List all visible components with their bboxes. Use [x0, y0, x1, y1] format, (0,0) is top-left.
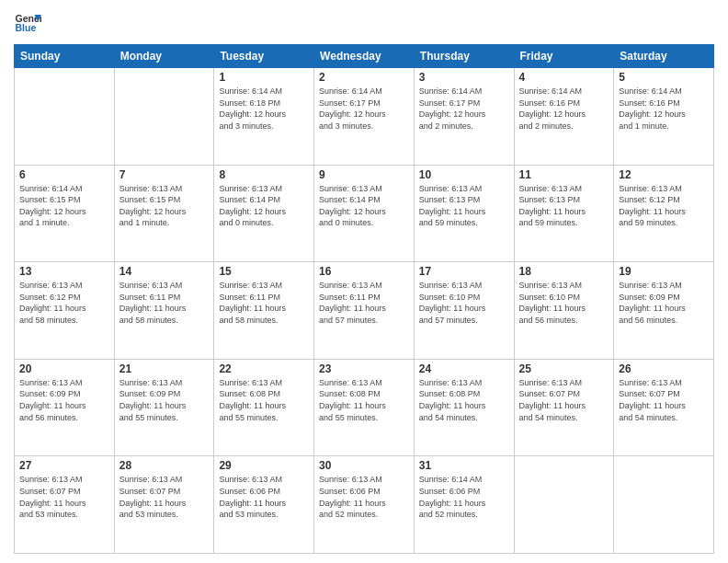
weekday-header-tuesday: Tuesday [214, 45, 314, 68]
weekday-header-sunday: Sunday [15, 45, 115, 68]
logo: General Blue [14, 9, 41, 37]
day-info: Sunrise: 6:13 AM Sunset: 6:07 PM Dayligh… [619, 377, 709, 423]
calendar-cell: 3Sunrise: 6:14 AM Sunset: 6:17 PM Daylig… [414, 68, 514, 166]
day-number: 29 [219, 459, 309, 472]
calendar-cell: 8Sunrise: 6:13 AM Sunset: 6:14 PM Daylig… [214, 165, 314, 262]
calendar-cell: 11Sunrise: 6:13 AM Sunset: 6:13 PM Dayli… [514, 165, 614, 262]
day-number: 1 [219, 71, 309, 84]
day-number: 4 [519, 71, 609, 84]
day-info: Sunrise: 6:14 AM Sunset: 6:16 PM Dayligh… [619, 86, 709, 132]
calendar-cell [114, 68, 214, 166]
day-number: 17 [419, 265, 509, 278]
calendar-cell: 15Sunrise: 6:13 AM Sunset: 6:11 PM Dayli… [214, 262, 314, 360]
weekday-header-monday: Monday [114, 45, 214, 68]
day-info: Sunrise: 6:14 AM Sunset: 6:16 PM Dayligh… [519, 86, 609, 132]
day-info: Sunrise: 6:13 AM Sunset: 6:12 PM Dayligh… [19, 280, 109, 326]
day-number: 23 [319, 362, 409, 375]
calendar-week-row: 27Sunrise: 6:13 AM Sunset: 6:07 PM Dayli… [15, 456, 714, 554]
calendar-cell: 7Sunrise: 6:13 AM Sunset: 6:15 PM Daylig… [114, 165, 214, 262]
calendar-cell: 2Sunrise: 6:14 AM Sunset: 6:17 PM Daylig… [314, 68, 415, 166]
calendar-cell: 29Sunrise: 6:13 AM Sunset: 6:06 PM Dayli… [214, 456, 314, 554]
page: General Blue SundayMondayTuesdayWednesda… [0, 0, 728, 563]
day-number: 18 [519, 265, 609, 278]
weekday-header-wednesday: Wednesday [314, 45, 415, 68]
day-info: Sunrise: 6:13 AM Sunset: 6:11 PM Dayligh… [219, 280, 309, 326]
calendar-cell [15, 68, 115, 166]
calendar-cell [514, 456, 614, 554]
weekday-header-thursday: Thursday [414, 45, 514, 68]
day-info: Sunrise: 6:13 AM Sunset: 6:08 PM Dayligh… [219, 377, 309, 423]
day-number: 11 [519, 168, 609, 181]
day-number: 27 [19, 459, 109, 472]
calendar-cell: 24Sunrise: 6:13 AM Sunset: 6:08 PM Dayli… [414, 359, 514, 456]
day-number: 2 [319, 71, 409, 84]
day-number: 16 [319, 265, 409, 278]
calendar-cell: 26Sunrise: 6:13 AM Sunset: 6:07 PM Dayli… [614, 359, 714, 456]
day-info: Sunrise: 6:13 AM Sunset: 6:06 PM Dayligh… [319, 474, 409, 520]
day-info: Sunrise: 6:13 AM Sunset: 6:11 PM Dayligh… [119, 280, 210, 326]
calendar-week-row: 6Sunrise: 6:14 AM Sunset: 6:15 PM Daylig… [15, 165, 714, 262]
day-info: Sunrise: 6:13 AM Sunset: 6:08 PM Dayligh… [319, 377, 409, 423]
calendar-week-row: 20Sunrise: 6:13 AM Sunset: 6:09 PM Dayli… [15, 359, 714, 456]
day-number: 13 [19, 265, 109, 278]
calendar-cell: 5Sunrise: 6:14 AM Sunset: 6:16 PM Daylig… [614, 68, 714, 166]
calendar-cell: 20Sunrise: 6:13 AM Sunset: 6:09 PM Dayli… [15, 359, 115, 456]
calendar-cell: 21Sunrise: 6:13 AM Sunset: 6:09 PM Dayli… [114, 359, 214, 456]
day-number: 31 [419, 459, 509, 472]
calendar-cell: 13Sunrise: 6:13 AM Sunset: 6:12 PM Dayli… [15, 262, 115, 360]
day-info: Sunrise: 6:13 AM Sunset: 6:14 PM Dayligh… [319, 183, 409, 229]
weekday-header-friday: Friday [514, 45, 614, 68]
day-number: 3 [419, 71, 509, 84]
day-info: Sunrise: 6:13 AM Sunset: 6:13 PM Dayligh… [519, 183, 609, 229]
day-number: 20 [19, 362, 109, 375]
day-number: 14 [119, 265, 210, 278]
day-info: Sunrise: 6:14 AM Sunset: 6:06 PM Dayligh… [419, 474, 509, 520]
day-number: 12 [619, 168, 709, 181]
day-number: 26 [619, 362, 709, 375]
weekday-header-row: SundayMondayTuesdayWednesdayThursdayFrid… [15, 45, 714, 68]
day-number: 8 [219, 168, 309, 181]
day-number: 7 [119, 168, 210, 181]
calendar-cell: 23Sunrise: 6:13 AM Sunset: 6:08 PM Dayli… [314, 359, 415, 456]
calendar-cell: 9Sunrise: 6:13 AM Sunset: 6:14 PM Daylig… [314, 165, 415, 262]
weekday-header-saturday: Saturday [614, 45, 714, 68]
calendar-cell [614, 456, 714, 554]
day-number: 24 [419, 362, 509, 375]
day-number: 22 [219, 362, 309, 375]
day-info: Sunrise: 6:13 AM Sunset: 6:08 PM Dayligh… [419, 377, 509, 423]
logo-icon: General Blue [14, 9, 41, 37]
day-info: Sunrise: 6:13 AM Sunset: 6:13 PM Dayligh… [419, 183, 509, 229]
day-info: Sunrise: 6:13 AM Sunset: 6:11 PM Dayligh… [319, 280, 409, 326]
day-info: Sunrise: 6:13 AM Sunset: 6:07 PM Dayligh… [119, 474, 210, 520]
day-number: 30 [319, 459, 409, 472]
day-info: Sunrise: 6:14 AM Sunset: 6:18 PM Dayligh… [219, 86, 309, 132]
calendar-cell: 27Sunrise: 6:13 AM Sunset: 6:07 PM Dayli… [15, 456, 115, 554]
day-number: 5 [619, 71, 709, 84]
calendar-cell: 30Sunrise: 6:13 AM Sunset: 6:06 PM Dayli… [314, 456, 415, 554]
day-number: 10 [419, 168, 509, 181]
day-number: 21 [119, 362, 210, 375]
day-info: Sunrise: 6:13 AM Sunset: 6:15 PM Dayligh… [119, 183, 210, 229]
day-number: 6 [19, 168, 109, 181]
calendar-cell: 4Sunrise: 6:14 AM Sunset: 6:16 PM Daylig… [514, 68, 614, 166]
day-info: Sunrise: 6:13 AM Sunset: 6:07 PM Dayligh… [19, 474, 109, 520]
day-info: Sunrise: 6:13 AM Sunset: 6:10 PM Dayligh… [419, 280, 509, 326]
calendar-week-row: 13Sunrise: 6:13 AM Sunset: 6:12 PM Dayli… [15, 262, 714, 360]
calendar-cell: 17Sunrise: 6:13 AM Sunset: 6:10 PM Dayli… [414, 262, 514, 360]
calendar-cell: 12Sunrise: 6:13 AM Sunset: 6:12 PM Dayli… [614, 165, 714, 262]
day-info: Sunrise: 6:13 AM Sunset: 6:09 PM Dayligh… [119, 377, 210, 423]
header: General Blue [14, 9, 714, 37]
day-info: Sunrise: 6:13 AM Sunset: 6:10 PM Dayligh… [519, 280, 609, 326]
day-info: Sunrise: 6:14 AM Sunset: 6:17 PM Dayligh… [419, 86, 509, 132]
day-info: Sunrise: 6:13 AM Sunset: 6:14 PM Dayligh… [219, 183, 309, 229]
day-info: Sunrise: 6:14 AM Sunset: 6:17 PM Dayligh… [319, 86, 409, 132]
day-number: 19 [619, 265, 709, 278]
day-info: Sunrise: 6:13 AM Sunset: 6:09 PM Dayligh… [19, 377, 109, 423]
day-info: Sunrise: 6:13 AM Sunset: 6:06 PM Dayligh… [219, 474, 309, 520]
calendar-cell: 10Sunrise: 6:13 AM Sunset: 6:13 PM Dayli… [414, 165, 514, 262]
svg-text:Blue: Blue [16, 22, 37, 33]
calendar-cell: 16Sunrise: 6:13 AM Sunset: 6:11 PM Dayli… [314, 262, 415, 360]
day-info: Sunrise: 6:13 AM Sunset: 6:12 PM Dayligh… [619, 183, 709, 229]
day-number: 9 [319, 168, 409, 181]
day-info: Sunrise: 6:13 AM Sunset: 6:07 PM Dayligh… [519, 377, 609, 423]
